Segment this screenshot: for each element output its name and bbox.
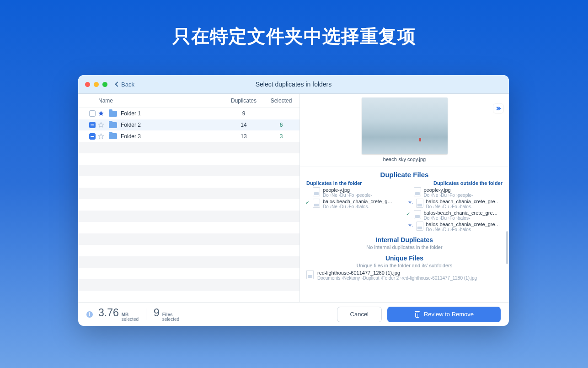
folder-icon (109, 133, 117, 139)
window-title: Select duplicates in folders (78, 81, 509, 88)
checkbox[interactable] (89, 133, 96, 140)
subheader-in-folder: Duplicates in the folder (306, 180, 362, 186)
file-path: DoNeDuFopeople- (323, 193, 404, 198)
trash-icon (414, 311, 420, 318)
footer: i 3.76 MB selected 9 Files selected Canc… (78, 302, 509, 326)
item-mark[interactable] (406, 187, 411, 188)
duplicate-files-title: Duplicate Files (300, 171, 509, 179)
file-name: balos-beach_chania_crete_gre… (424, 210, 505, 216)
file-name: people-y.jpg (424, 187, 505, 193)
app-window: Back Select duplicates in folders Name D… (78, 75, 509, 326)
folder-icon (109, 122, 117, 128)
file-name: red-lighthouse-6011477_1280 (1).jpg (317, 270, 502, 276)
file-name: balos-beach_chania_crete_g… (323, 199, 404, 204)
chevron-left-icon (115, 81, 120, 87)
review-to-remove-button[interactable]: Review to Remove (387, 307, 501, 322)
item-mark[interactable] (305, 187, 310, 188)
unique-files-note: Unique files in the folder and its' subf… (300, 263, 509, 268)
duplicate-subheaders: Duplicates in the folder Duplicates outs… (300, 179, 509, 187)
preview-area: beach-sky copy.jpg (300, 94, 509, 164)
folder-row[interactable]: Folder 2 14 6 (78, 119, 299, 131)
check-icon[interactable]: ✓ (406, 210, 411, 217)
duplicate-count: 9 (225, 110, 263, 117)
folder-name: Folder 3 (121, 133, 141, 140)
check-icon[interactable]: ✓ (305, 199, 310, 206)
duplicate-col-out: people-y.jpg DoNeDuFopeople- ★. balos-be… (405, 187, 506, 233)
hero-heading: 只在特定文件夹中选择重复项 (0, 0, 588, 49)
file-name: people-y.jpg (323, 187, 404, 193)
file-name: balos-beach_chania_crete_gre… (426, 222, 505, 227)
star-icon[interactable] (98, 133, 104, 140)
expand-preview-button[interactable] (493, 104, 503, 113)
stat-files: 9 Files selected (154, 307, 179, 322)
image-file-icon (414, 187, 421, 196)
preview-filename: beach-sky copy.jpg (300, 157, 509, 162)
header-name[interactable]: Name (98, 97, 113, 104)
file-path: DoNeDuFopeople- (424, 193, 505, 198)
duplicate-item[interactable]: ✓ balos-beach_chania_crete_g… DoNeDuFoba… (304, 198, 405, 210)
duplicate-grid: people-y.jpg DoNeDuFopeople- ✓ balos-bea… (300, 187, 509, 233)
star-icon[interactable] (98, 122, 104, 128)
unique-files-title: Unique Files (300, 254, 509, 262)
folder-name: Folder 2 (121, 122, 141, 128)
file-path: DoNeDuFobalos- (424, 216, 505, 221)
duplicate-count: 13 (225, 133, 263, 140)
duplicate-item[interactable]: people-y.jpg DoNeDuFopeople- (405, 187, 506, 198)
star-icon[interactable]: ★. (408, 222, 413, 228)
duplicate-item[interactable]: ★. balos-beach_chania_crete_gre… DoNeDuF… (405, 198, 506, 210)
review-button-label: Review to Remove (424, 311, 474, 318)
empty-rows (78, 142, 299, 302)
preview-image[interactable] (362, 97, 448, 154)
file-name: balos-beach_chania_crete_gre… (426, 199, 505, 204)
titlebar: Back Select duplicates in folders (78, 75, 509, 94)
file-path: DoNeDuFobalos- (426, 227, 505, 232)
scrollbar[interactable] (506, 231, 508, 264)
back-button[interactable]: Back (116, 81, 134, 88)
image-file-icon (416, 222, 423, 231)
file-path: DoNeDuFobalos- (323, 204, 404, 209)
unique-file-item[interactable]: red-lighthouse-6011477_1280 (1).jpg Docu… (300, 268, 509, 281)
internal-duplicates-note: No internal duplicates in the folder (300, 244, 509, 250)
folder-column-headers: Name Duplicates Selected (78, 94, 299, 108)
duplicate-item[interactable]: ★. balos-beach_chania_crete_gre… DoNeDuF… (405, 221, 506, 233)
image-file-icon (416, 199, 423, 208)
duplicate-item[interactable]: people-y.jpg DoNeDuFopeople- (304, 187, 405, 198)
folder-icon (109, 111, 117, 117)
duplicate-count: 14 (225, 122, 263, 128)
folder-panel: Name Duplicates Selected Folder 1 9 (78, 94, 300, 302)
duplicate-item[interactable]: ✓ balos-beach_chania_crete_gre… DoNeDuFo… (405, 210, 506, 221)
checkbox[interactable] (89, 110, 96, 117)
star-icon[interactable] (98, 110, 104, 117)
info-icon[interactable]: i (86, 311, 93, 318)
selected-count: 6 (263, 122, 299, 128)
image-file-icon (414, 210, 421, 219)
main-area: Name Duplicates Selected Folder 1 9 (78, 94, 509, 302)
file-path: DoNeDuFobalos- (426, 204, 505, 209)
stat-size-value: 3.76 (98, 307, 119, 319)
back-label: Back (121, 81, 134, 88)
stat-files-value: 9 (154, 307, 160, 319)
stat-size: 3.76 MB selected (98, 307, 139, 322)
maximize-window-button[interactable] (102, 82, 107, 87)
image-file-icon (306, 270, 314, 279)
traffic-lights (85, 82, 107, 87)
image-file-icon (313, 187, 320, 196)
checkbox[interactable] (89, 122, 96, 128)
header-duplicates[interactable]: Duplicates (225, 97, 263, 104)
folder-name: Folder 1 (121, 110, 141, 117)
stat-files-label: selected (162, 317, 179, 322)
stat-size-label: selected (122, 317, 139, 322)
star-icon[interactable]: ★. (408, 199, 413, 205)
close-window-button[interactable] (85, 82, 90, 87)
internal-duplicates-title: Internal Duplicates (300, 236, 509, 244)
folder-row[interactable]: Folder 3 13 3 (78, 130, 299, 142)
subheader-outside-folder: Duplicates outside the folder (433, 180, 502, 186)
header-selected[interactable]: Selected (263, 97, 299, 104)
folder-row[interactable]: Folder 1 9 (78, 108, 299, 119)
minimize-window-button[interactable] (94, 82, 99, 87)
image-file-icon (313, 199, 320, 208)
file-path: DocumentsNektonyDuplicatFolder 2red-ligh… (317, 276, 502, 281)
selected-count: 3 (263, 133, 299, 140)
duplicate-col-in: people-y.jpg DoNeDuFopeople- ✓ balos-bea… (304, 187, 405, 233)
cancel-button[interactable]: Cancel (337, 307, 382, 322)
